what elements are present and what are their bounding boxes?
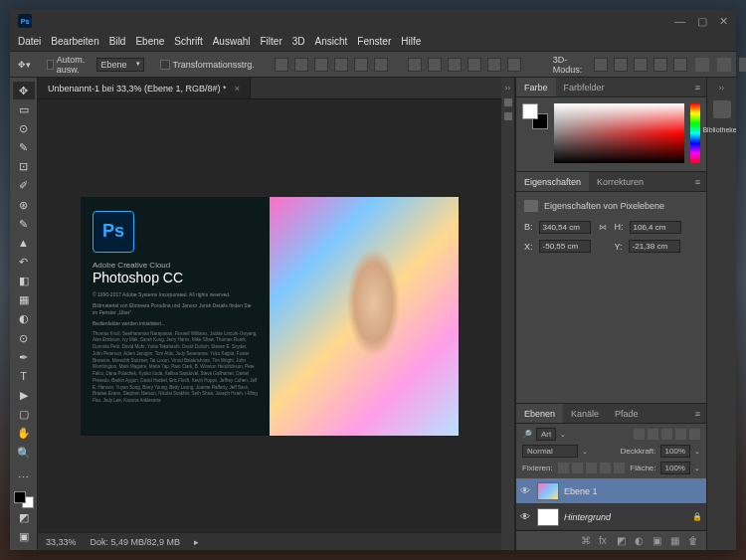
document-tab[interactable]: Unbenannt-1 bei 33,3% (Ebene 1, RGB/8#) … bbox=[38, 78, 251, 98]
libraries-label[interactable]: Bibliotheken bbox=[702, 126, 736, 133]
quick-mask-tool[interactable]: ◩ bbox=[13, 509, 35, 527]
3d-3-icon[interactable] bbox=[634, 58, 648, 72]
eyedropper-tool[interactable]: ✐ bbox=[13, 177, 35, 195]
color-panel-menu-icon[interactable]: ≡ bbox=[689, 83, 706, 93]
adjustment-layer-icon[interactable]: ◐ bbox=[635, 535, 647, 547]
search-icon[interactable] bbox=[695, 58, 709, 72]
align-top-icon[interactable] bbox=[275, 58, 288, 72]
foreground-background-colors[interactable] bbox=[14, 491, 34, 508]
layers-panel-menu-icon[interactable]: ≡ bbox=[689, 409, 706, 419]
move-tool[interactable]: ✥ bbox=[13, 82, 35, 99]
3d-2-icon[interactable] bbox=[614, 58, 628, 72]
pen-tool[interactable]: ✒ bbox=[13, 348, 35, 366]
share-icon[interactable] bbox=[739, 58, 746, 72]
history-brush-tool[interactable]: ↶ bbox=[13, 253, 35, 271]
align-hcenter-icon[interactable] bbox=[354, 58, 368, 72]
lock-position-icon[interactable] bbox=[586, 463, 597, 473]
close-tab-icon[interactable]: × bbox=[235, 84, 240, 93]
color-picker[interactable] bbox=[554, 103, 684, 163]
dist-3-icon[interactable] bbox=[448, 58, 462, 72]
menu-3d[interactable]: 3D bbox=[292, 36, 305, 47]
link-wh-icon[interactable]: ⋈ bbox=[597, 220, 609, 234]
quick-select-tool[interactable]: ✎ bbox=[13, 138, 35, 156]
menu-view[interactable]: Ansicht bbox=[315, 36, 348, 47]
expand-strip-icon[interactable]: ›› bbox=[505, 84, 510, 93]
filter-adjust-icon[interactable] bbox=[648, 429, 658, 440]
width-field[interactable]: 340,54 cm bbox=[539, 221, 591, 234]
libraries-icon[interactable] bbox=[713, 100, 731, 118]
layer-mask-icon[interactable]: ◩ bbox=[617, 535, 629, 547]
layer-name[interactable]: Hintergrund bbox=[564, 512, 611, 522]
y-field[interactable]: -21,38 cm bbox=[629, 240, 680, 253]
layer-name[interactable]: Ebene 1 bbox=[564, 486, 598, 496]
props-panel-menu-icon[interactable]: ≡ bbox=[689, 177, 706, 187]
collapsed-icon-1[interactable] bbox=[504, 98, 512, 106]
dist-4-icon[interactable] bbox=[467, 58, 481, 72]
tab-farbfelder[interactable]: Farbfelder bbox=[556, 78, 613, 96]
menu-edit[interactable]: Bearbeiten bbox=[51, 36, 98, 47]
tab-korrekturen[interactable]: Korrekturen bbox=[589, 172, 652, 191]
crop-tool[interactable]: ⊡ bbox=[13, 158, 35, 176]
delete-layer-icon[interactable]: 🗑 bbox=[688, 535, 700, 547]
dist-5-icon[interactable] bbox=[487, 58, 501, 72]
fill-field[interactable]: 100% bbox=[660, 462, 690, 474]
status-chevron-icon[interactable]: ▸ bbox=[194, 537, 199, 547]
lock-pixels-icon[interactable] bbox=[572, 463, 583, 473]
eraser-tool[interactable]: ◧ bbox=[13, 273, 35, 290]
3d-1-icon[interactable] bbox=[594, 58, 608, 72]
blur-tool[interactable]: ◐ bbox=[13, 310, 35, 328]
move-tool-icon[interactable]: ✥▾ bbox=[18, 60, 31, 70]
filter-type-icon[interactable] bbox=[661, 429, 672, 440]
color-swatches[interactable] bbox=[522, 103, 548, 129]
menu-window[interactable]: Fenster bbox=[357, 36, 391, 47]
zoom-tool[interactable]: 🔍 bbox=[13, 444, 35, 462]
maximize-button[interactable]: ▢ bbox=[697, 15, 707, 28]
marquee-tool[interactable]: ▭ bbox=[13, 100, 35, 118]
dodge-tool[interactable]: ⊙ bbox=[13, 329, 35, 347]
align-bottom-icon[interactable] bbox=[314, 58, 328, 72]
3d-4-icon[interactable] bbox=[653, 58, 667, 72]
tab-kanaele[interactable]: Kanäle bbox=[563, 404, 607, 423]
edit-toolbar[interactable]: ⋯ bbox=[13, 468, 35, 486]
collapse-strip-icon[interactable]: ›› bbox=[719, 84, 724, 93]
hand-tool[interactable]: ✋ bbox=[13, 425, 35, 443]
visibility-icon[interactable]: 👁 bbox=[520, 511, 532, 522]
canvas[interactable]: Ps Adobe Creative Cloud Photoshop CC © 1… bbox=[38, 99, 501, 532]
layer-thumbnail[interactable] bbox=[537, 508, 559, 526]
path-select-tool[interactable]: ▶ bbox=[13, 387, 35, 405]
link-layers-icon[interactable]: ⌘ bbox=[581, 535, 593, 547]
healing-tool[interactable]: ⊛ bbox=[13, 196, 35, 214]
align-vcenter-icon[interactable] bbox=[294, 58, 308, 72]
menu-select[interactable]: Auswahl bbox=[213, 36, 251, 47]
menu-image[interactable]: Bild bbox=[109, 36, 126, 47]
gradient-tool[interactable]: ▦ bbox=[13, 291, 35, 309]
menu-help[interactable]: Hilfe bbox=[401, 36, 421, 47]
menu-type[interactable]: Schrift bbox=[174, 36, 202, 47]
new-layer-icon[interactable]: ▦ bbox=[670, 535, 682, 547]
lock-artboard-icon[interactable] bbox=[600, 463, 611, 473]
x-field[interactable]: -50,55 cm bbox=[539, 240, 591, 253]
lock-icon[interactable]: 🔒 bbox=[692, 512, 702, 521]
kind-filter-icon[interactable]: 🔎 bbox=[522, 430, 532, 439]
hue-slider[interactable] bbox=[690, 103, 700, 163]
align-right-icon[interactable] bbox=[374, 58, 388, 72]
height-field[interactable]: 106,4 cm bbox=[630, 221, 681, 234]
zoom-level[interactable]: 33,33% bbox=[46, 537, 77, 547]
stamp-tool[interactable]: ▲ bbox=[13, 234, 35, 252]
tab-eigenschaften[interactable]: Eigenschaften bbox=[516, 172, 589, 191]
dist-1-icon[interactable] bbox=[408, 58, 422, 72]
layer-thumbnail[interactable] bbox=[537, 482, 559, 500]
auto-select-target-dropdown[interactable]: Ebene bbox=[96, 58, 144, 72]
rectangle-tool[interactable]: ▢ bbox=[13, 406, 35, 424]
group-icon[interactable]: ▣ bbox=[653, 535, 664, 547]
transform-controls-checkbox[interactable] bbox=[160, 60, 170, 70]
lasso-tool[interactable]: ⊙ bbox=[13, 119, 35, 137]
doc-size[interactable]: Dok: 5,49 MB/82,9 MB bbox=[91, 537, 181, 547]
blend-mode-dropdown[interactable]: Normal bbox=[522, 445, 578, 458]
filter-shape-icon[interactable] bbox=[675, 429, 686, 440]
filter-smart-icon[interactable] bbox=[689, 429, 700, 440]
visibility-icon[interactable]: 👁 bbox=[520, 485, 532, 496]
layer-row[interactable]: 👁 Hintergrund 🔒 bbox=[516, 504, 706, 530]
menu-file[interactable]: Datei bbox=[18, 36, 41, 47]
lock-all-icon[interactable] bbox=[614, 463, 625, 473]
